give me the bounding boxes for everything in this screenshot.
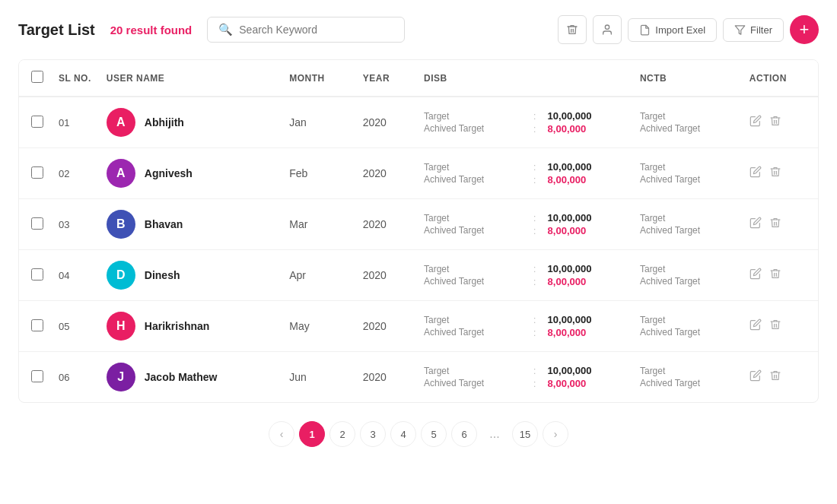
target-label-0: Target xyxy=(424,111,449,122)
row-disb-vals-2: : 10,00,000 : 8,00,000 xyxy=(526,199,632,250)
avatar-0: A xyxy=(107,108,135,137)
pagination-dots: ... xyxy=(482,427,508,441)
col-action: ACTION xyxy=(742,60,818,97)
search-input[interactable] xyxy=(239,24,393,36)
nctb-achieved-1: Achived Target xyxy=(640,174,734,185)
achieved-val-3: 8,00,000 xyxy=(548,276,587,287)
avatar-3: D xyxy=(107,261,135,290)
add-button[interactable]: + xyxy=(790,15,819,44)
row-sl-0: 01 xyxy=(51,97,99,148)
col-month: MONTH xyxy=(282,60,355,97)
row-month-2: Mar xyxy=(282,199,355,250)
trash-icon xyxy=(566,24,578,36)
row-month-3: Apr xyxy=(282,250,355,301)
delete-icon-2[interactable] xyxy=(769,217,781,233)
file-icon xyxy=(639,24,651,36)
select-all-checkbox[interactable] xyxy=(31,71,43,83)
nctb-achieved-5: Achived Target xyxy=(640,378,734,388)
row-disb-labels-2: Target Achived Target xyxy=(416,199,526,250)
result-suffix: result found xyxy=(123,24,192,36)
delete-icon-0[interactable] xyxy=(769,115,781,131)
nctb-target-4: Target xyxy=(640,315,734,325)
svg-point-0 xyxy=(606,25,609,29)
target-table: SL NO. USER NAME MONTH YEAR DISB NCTB AC… xyxy=(18,59,819,403)
table-row: 01 A Abhijith Jan 2020 Target Achived Ta… xyxy=(19,97,818,148)
row-nctb-0: Target Achived Target xyxy=(632,97,742,148)
row-checkbox-3[interactable] xyxy=(31,268,43,281)
edit-icon-5[interactable] xyxy=(749,369,762,385)
row-checkbox-1[interactable] xyxy=(31,166,43,179)
page-button-4[interactable]: 4 xyxy=(390,421,416,447)
nctb-target-3: Target xyxy=(640,264,734,274)
page-button-5[interactable]: 5 xyxy=(421,421,447,447)
avatar-5: J xyxy=(107,363,135,391)
target-label-1: Target xyxy=(424,162,449,173)
nctb-achieved-3: Achived Target xyxy=(640,276,734,287)
target-val-5: 10,00,000 xyxy=(548,365,592,376)
target-val-4: 10,00,000 xyxy=(548,314,592,325)
prev-page-button[interactable]: ‹ xyxy=(269,421,294,447)
avatar-4: H xyxy=(107,312,135,341)
import-button[interactable]: Import Exel xyxy=(628,18,717,42)
delete-icon-3[interactable] xyxy=(769,268,781,284)
page-button-3[interactable]: 3 xyxy=(360,421,386,447)
nctb-target-0: Target xyxy=(640,111,734,122)
delete-icon-4[interactable] xyxy=(769,319,781,334)
row-checkbox-0[interactable] xyxy=(31,116,43,128)
achieved-label-0: Achived Target xyxy=(424,123,484,134)
target-val-3: 10,00,000 xyxy=(548,263,592,274)
row-sl-3: 04 xyxy=(51,250,99,301)
avatar-1: A xyxy=(107,159,135,188)
edit-icon-4[interactable] xyxy=(749,319,762,334)
row-checkbox-5[interactable] xyxy=(31,370,43,382)
page-button-15[interactable]: 15 xyxy=(512,421,538,447)
page-button-2[interactable]: 2 xyxy=(329,421,355,447)
filter-label: Filter xyxy=(750,24,772,36)
row-disb-labels-4: Target Achived Target xyxy=(416,301,526,352)
row-action-5 xyxy=(742,352,818,403)
page-button-6[interactable]: 6 xyxy=(451,421,477,447)
table-row: 05 H Harikrishnan May 2020 Target Achive… xyxy=(19,301,818,352)
target-label-4: Target xyxy=(424,315,449,325)
avatar-2: B xyxy=(107,210,135,239)
row-month-1: Feb xyxy=(282,148,355,199)
col-slno: SL NO. xyxy=(51,60,99,97)
filter-button[interactable]: Filter xyxy=(723,18,784,42)
edit-icon-0[interactable] xyxy=(749,115,762,131)
page-title: Target List xyxy=(18,21,95,39)
row-user-3: D Dinesh xyxy=(99,250,282,301)
target-val-1: 10,00,000 xyxy=(548,161,592,173)
search-box[interactable]: 🔍 xyxy=(207,17,405,43)
table-row: 04 D Dinesh Apr 2020 Target Achived Targ… xyxy=(19,250,818,301)
delete-button[interactable] xyxy=(558,15,587,44)
edit-icon-1[interactable] xyxy=(749,166,762,182)
row-sl-1: 02 xyxy=(51,148,99,199)
page-button-1[interactable]: 1 xyxy=(299,421,325,447)
nctb-target-2: Target xyxy=(640,213,734,223)
row-action-0 xyxy=(742,97,818,148)
row-checkbox-2[interactable] xyxy=(31,217,43,230)
edit-icon-2[interactable] xyxy=(749,217,762,233)
nctb-achieved-4: Achived Target xyxy=(640,327,734,338)
next-page-button[interactable]: › xyxy=(543,421,568,447)
col-username: USER NAME xyxy=(99,60,282,97)
row-checkbox-4[interactable] xyxy=(31,319,43,331)
user-name-5: Jacob Mathew xyxy=(145,371,218,383)
row-nctb-1: Target Achived Target xyxy=(632,148,742,199)
row-user-1: A Agnivesh xyxy=(99,148,282,199)
achieved-label-5: Achived Target xyxy=(424,378,484,388)
target-label-5: Target xyxy=(424,366,449,376)
user-icon xyxy=(601,24,613,36)
delete-icon-1[interactable] xyxy=(769,166,781,182)
target-val-2: 10,00,000 xyxy=(548,212,592,223)
user-button[interactable] xyxy=(593,15,622,44)
row-year-5: 2020 xyxy=(355,352,416,403)
delete-icon-5[interactable] xyxy=(769,369,781,385)
row-nctb-5: Target Achived Target xyxy=(632,352,742,403)
edit-icon-3[interactable] xyxy=(749,268,762,284)
row-nctb-4: Target Achived Target xyxy=(632,301,742,352)
search-icon: 🔍 xyxy=(218,23,233,36)
row-disb-vals-0: : 10,00,000 : 8,00,000 xyxy=(526,97,632,148)
user-name-3: Dinesh xyxy=(145,269,180,281)
user-name-0: Abhijith xyxy=(145,116,184,128)
